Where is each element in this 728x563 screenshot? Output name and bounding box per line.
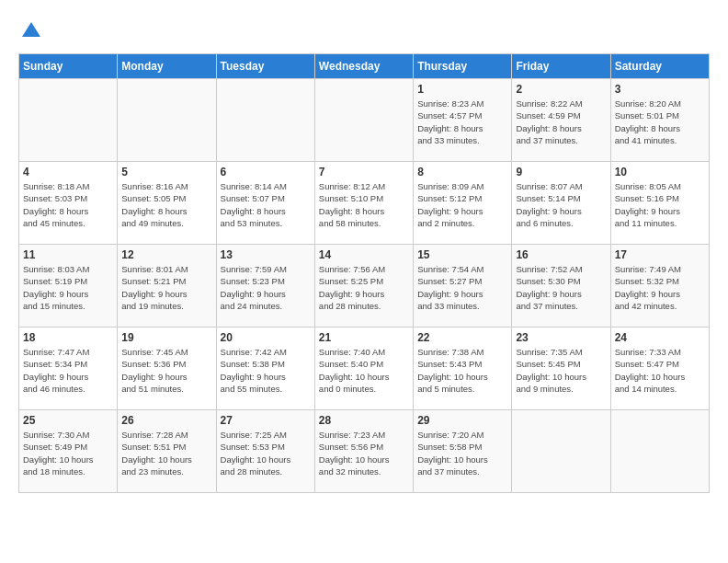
day-info: Sunrise: 7:47 AM Sunset: 5:34 PM Dayligh…: [23, 346, 113, 395]
calendar-cell: 11Sunrise: 8:03 AM Sunset: 5:19 PM Dayli…: [19, 245, 118, 327]
day-info: Sunrise: 8:18 AM Sunset: 5:03 PM Dayligh…: [23, 180, 113, 229]
day-number: 5: [121, 166, 211, 178]
calendar-cell: 16Sunrise: 7:52 AM Sunset: 5:30 PM Dayli…: [512, 245, 610, 327]
calendar-week-1: 1Sunrise: 8:23 AM Sunset: 4:57 PM Daylig…: [19, 79, 710, 162]
day-info: Sunrise: 7:59 AM Sunset: 5:23 PM Dayligh…: [221, 263, 311, 312]
calendar-cell: 14Sunrise: 7:56 AM Sunset: 5:25 PM Dayli…: [314, 245, 413, 327]
day-number: 24: [615, 331, 705, 344]
calendar-cell: 15Sunrise: 7:54 AM Sunset: 5:27 PM Dayli…: [414, 245, 512, 327]
calendar-cell: 23Sunrise: 7:35 AM Sunset: 5:45 PM Dayli…: [512, 327, 610, 410]
day-info: Sunrise: 7:33 AM Sunset: 5:47 PM Dayligh…: [615, 346, 705, 395]
day-info: Sunrise: 7:42 AM Sunset: 5:38 PM Dayligh…: [221, 346, 311, 395]
weekday-header-saturday: Saturday: [610, 54, 709, 79]
day-number: 7: [319, 166, 409, 178]
calendar-cell: [118, 79, 216, 162]
weekday-header-wednesday: Wednesday: [314, 54, 413, 79]
day-info: Sunrise: 8:16 AM Sunset: 5:05 PM Dayligh…: [121, 180, 211, 229]
day-info: Sunrise: 7:30 AM Sunset: 5:49 PM Dayligh…: [23, 429, 113, 477]
calendar-cell: [216, 79, 314, 162]
day-info: Sunrise: 8:14 AM Sunset: 5:07 PM Dayligh…: [221, 180, 311, 229]
day-number: 2: [516, 83, 606, 96]
day-info: Sunrise: 8:12 AM Sunset: 5:10 PM Dayligh…: [319, 180, 409, 229]
day-info: Sunrise: 7:45 AM Sunset: 5:36 PM Dayligh…: [121, 346, 211, 395]
weekday-row: SundayMondayTuesdayWednesdayThursdayFrid…: [19, 54, 710, 79]
calendar-cell: 6Sunrise: 8:14 AM Sunset: 5:07 PM Daylig…: [216, 162, 314, 245]
day-info: Sunrise: 8:23 AM Sunset: 4:57 PM Dayligh…: [417, 98, 507, 146]
day-number: 12: [121, 248, 211, 261]
day-info: Sunrise: 7:35 AM Sunset: 5:45 PM Dayligh…: [516, 346, 606, 395]
calendar-cell: 27Sunrise: 7:25 AM Sunset: 5:53 PM Dayli…: [216, 410, 314, 493]
calendar-cell: 24Sunrise: 7:33 AM Sunset: 5:47 PM Dayli…: [610, 327, 709, 410]
calendar-cell: 29Sunrise: 7:20 AM Sunset: 5:58 PM Dayli…: [414, 410, 512, 493]
day-number: 25: [23, 414, 113, 427]
day-number: 18: [23, 331, 113, 344]
calendar-table: SundayMondayTuesdayWednesdayThursdayFrid…: [18, 53, 710, 493]
day-info: Sunrise: 8:05 AM Sunset: 5:16 PM Dayligh…: [615, 180, 705, 229]
weekday-header-friday: Friday: [512, 54, 610, 79]
calendar-cell: 2Sunrise: 8:22 AM Sunset: 4:59 PM Daylig…: [512, 79, 610, 162]
day-info: Sunrise: 7:56 AM Sunset: 5:25 PM Dayligh…: [319, 263, 409, 312]
day-number: 16: [516, 248, 606, 261]
day-number: 19: [121, 331, 211, 344]
calendar-week-5: 25Sunrise: 7:30 AM Sunset: 5:49 PM Dayli…: [19, 410, 710, 493]
day-info: Sunrise: 7:20 AM Sunset: 5:58 PM Dayligh…: [417, 429, 507, 477]
calendar-cell: [610, 410, 709, 493]
svg-marker-0: [22, 22, 40, 37]
page-header: [18, 18, 710, 44]
calendar-cell: [314, 79, 413, 162]
calendar-cell: 20Sunrise: 7:42 AM Sunset: 5:38 PM Dayli…: [216, 327, 314, 410]
day-number: 20: [221, 331, 311, 344]
day-info: Sunrise: 7:23 AM Sunset: 5:56 PM Dayligh…: [319, 429, 409, 477]
calendar-cell: 26Sunrise: 7:28 AM Sunset: 5:51 PM Dayli…: [118, 410, 216, 493]
calendar-cell: 4Sunrise: 8:18 AM Sunset: 5:03 PM Daylig…: [19, 162, 118, 245]
day-number: 13: [221, 248, 311, 261]
logo-icon: [18, 18, 44, 44]
calendar-cell: 28Sunrise: 7:23 AM Sunset: 5:56 PM Dayli…: [314, 410, 413, 493]
day-info: Sunrise: 7:54 AM Sunset: 5:27 PM Dayligh…: [417, 263, 507, 312]
logo: [18, 18, 48, 44]
day-number: 28: [319, 414, 409, 427]
calendar-cell: 8Sunrise: 8:09 AM Sunset: 5:12 PM Daylig…: [414, 162, 512, 245]
day-info: Sunrise: 8:09 AM Sunset: 5:12 PM Dayligh…: [417, 180, 507, 229]
day-info: Sunrise: 7:28 AM Sunset: 5:51 PM Dayligh…: [121, 429, 211, 477]
day-number: 14: [319, 248, 409, 261]
weekday-header-monday: Monday: [118, 54, 216, 79]
calendar-cell: 9Sunrise: 8:07 AM Sunset: 5:14 PM Daylig…: [512, 162, 610, 245]
day-info: Sunrise: 8:22 AM Sunset: 4:59 PM Dayligh…: [516, 98, 606, 146]
day-number: 10: [615, 166, 705, 178]
day-number: 8: [417, 166, 507, 178]
day-number: 27: [221, 414, 311, 427]
day-info: Sunrise: 8:07 AM Sunset: 5:14 PM Dayligh…: [516, 180, 606, 229]
calendar-week-2: 4Sunrise: 8:18 AM Sunset: 5:03 PM Daylig…: [19, 162, 710, 245]
calendar-cell: 5Sunrise: 8:16 AM Sunset: 5:05 PM Daylig…: [118, 162, 216, 245]
calendar-cell: 22Sunrise: 7:38 AM Sunset: 5:43 PM Dayli…: [414, 327, 512, 410]
weekday-header-thursday: Thursday: [414, 54, 512, 79]
calendar-cell: 3Sunrise: 8:20 AM Sunset: 5:01 PM Daylig…: [610, 79, 709, 162]
calendar-cell: 21Sunrise: 7:40 AM Sunset: 5:40 PM Dayli…: [314, 327, 413, 410]
day-number: 23: [516, 331, 606, 344]
day-info: Sunrise: 7:38 AM Sunset: 5:43 PM Dayligh…: [417, 346, 507, 395]
day-number: 15: [417, 248, 507, 261]
calendar-cell: 17Sunrise: 7:49 AM Sunset: 5:32 PM Dayli…: [610, 245, 709, 327]
day-info: Sunrise: 7:52 AM Sunset: 5:30 PM Dayligh…: [516, 263, 606, 312]
calendar-cell: 12Sunrise: 8:01 AM Sunset: 5:21 PM Dayli…: [118, 245, 216, 327]
calendar-header: SundayMondayTuesdayWednesdayThursdayFrid…: [19, 54, 710, 79]
day-number: 17: [615, 248, 705, 261]
day-number: 1: [417, 83, 507, 96]
calendar-cell: 18Sunrise: 7:47 AM Sunset: 5:34 PM Dayli…: [19, 327, 118, 410]
day-number: 21: [319, 331, 409, 344]
day-info: Sunrise: 7:25 AM Sunset: 5:53 PM Dayligh…: [221, 429, 311, 477]
day-info: Sunrise: 8:01 AM Sunset: 5:21 PM Dayligh…: [121, 263, 211, 312]
calendar-cell: 25Sunrise: 7:30 AM Sunset: 5:49 PM Dayli…: [19, 410, 118, 493]
day-number: 6: [221, 166, 311, 178]
calendar-cell: 19Sunrise: 7:45 AM Sunset: 5:36 PM Dayli…: [118, 327, 216, 410]
day-info: Sunrise: 8:03 AM Sunset: 5:19 PM Dayligh…: [23, 263, 113, 312]
day-number: 4: [23, 166, 113, 178]
day-info: Sunrise: 7:40 AM Sunset: 5:40 PM Dayligh…: [319, 346, 409, 395]
calendar-cell: 13Sunrise: 7:59 AM Sunset: 5:23 PM Dayli…: [216, 245, 314, 327]
day-number: 22: [417, 331, 507, 344]
calendar-week-3: 11Sunrise: 8:03 AM Sunset: 5:19 PM Dayli…: [19, 245, 710, 327]
calendar-week-4: 18Sunrise: 7:47 AM Sunset: 5:34 PM Dayli…: [19, 327, 710, 410]
day-info: Sunrise: 8:20 AM Sunset: 5:01 PM Dayligh…: [615, 98, 705, 146]
calendar-cell: [19, 79, 118, 162]
